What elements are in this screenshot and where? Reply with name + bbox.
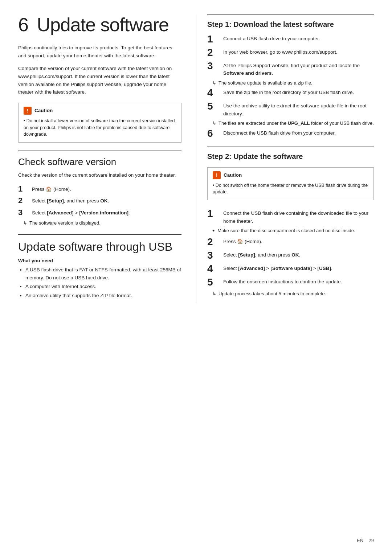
up-step-4: 4 Select [Advanced] > [Software update] …	[207, 263, 374, 275]
up-step-5-sub-text: Update process takes about 5 minutes to …	[219, 290, 326, 297]
dot-icon-1: •	[212, 226, 215, 235]
dl-step-5-text: Use the archive utility to extract the s…	[223, 101, 374, 118]
check-step-2-text: Select [Setup], and then press OK.	[32, 196, 109, 205]
right-column: Step 1: Download the latest software 1 C…	[196, 15, 374, 303]
up-step-3: 3 Select [Setup], and then press OK.	[207, 250, 374, 261]
up-step-4-num: 4	[207, 263, 220, 275]
check-step-1: 1 Press 🏠 (Home).	[18, 184, 181, 194]
dl-step-6-text: Disconnect the USB flash drive from your…	[223, 128, 336, 137]
dl-step-6-num: 6	[207, 128, 220, 139]
caution-header-2: ! Caution	[213, 171, 368, 179]
caution-bullet-dot: •	[24, 118, 26, 123]
dl-step-1-text: Connect a USB flash drive to your comput…	[223, 34, 320, 43]
dl-step-3-num: 3	[207, 61, 220, 72]
up-step-5-sub: ↳ Update process takes about 5 minutes t…	[212, 290, 374, 297]
caution-box-2: ! Caution • Do not switch off the home t…	[207, 167, 374, 201]
check-step-2: 2 Select [Setup], and then press OK.	[18, 196, 181, 205]
caution-icon-1: !	[24, 107, 32, 115]
caution-bullet-dot-2: •	[213, 183, 216, 188]
check-step-3-sub: ↳ The software version is displayed.	[23, 219, 181, 227]
caution-text-2: • Do not switch off the home theater or …	[213, 182, 368, 196]
page-footer: EN 29	[357, 538, 374, 543]
left-column: 6 Update software Philips continually tr…	[18, 15, 196, 303]
dl-step-4-text: Save the zip file in the root directory …	[223, 87, 354, 97]
check-version-title: Check software version	[18, 156, 181, 168]
check-step-2-num: 2	[18, 196, 30, 205]
up-step-5-text: Follow the onscreen instructions to conf…	[223, 277, 342, 286]
up-step-4-text: Select [Advanced] > [Software update] > …	[223, 263, 332, 272]
intro-paragraph-1: Philips continually tries to improve its…	[18, 44, 181, 59]
dl-step-5-num: 5	[207, 101, 220, 112]
up-step-1: 1 Connect the USB flash drive containing…	[207, 208, 374, 225]
up-step-1-sub-text: Make sure that the disc compartment is c…	[217, 227, 355, 234]
dl-step-3-sub: ↳ The software update is available as a …	[212, 79, 374, 87]
what-you-need-list: A USB flash drive that is FAT or NTFS-fo…	[18, 266, 181, 299]
up-step-3-text: Select [Setup], and then press OK.	[223, 250, 300, 259]
check-version-intro: Check the version of the current softwar…	[18, 171, 181, 179]
arrow-icon-2: ↳	[212, 80, 216, 86]
caution-content-1: Do not install a lower version of softwa…	[24, 118, 175, 137]
arrow-icon-4: ↳	[212, 291, 216, 296]
caution-icon-2: !	[213, 171, 221, 179]
dl-step-3: 3 At the Philips Support website, find y…	[207, 61, 374, 77]
dl-step-5: 5 Use the archive utility to extract the…	[207, 101, 374, 118]
dl-step-5-sub-text: The files are extracted under the UPG_AL…	[219, 120, 374, 127]
up-step-5: 5 Follow the onscreen instructions to co…	[207, 277, 374, 288]
arrow-icon-3: ↳	[212, 120, 216, 126]
caution-box-1: ! Caution • Do not install a lower versi…	[18, 103, 181, 143]
caution-header-1: ! Caution	[24, 107, 176, 115]
chapter-number: 6	[18, 14, 28, 35]
up-step-2: 2 Press 🏠 (Home).	[207, 237, 374, 248]
intro-paragraph-2: Compare the version of your current soft…	[18, 65, 181, 96]
dl-step-6: 6 Disconnect the USB flash drive from yo…	[207, 128, 374, 139]
check-step-3: 3 Select [Advanced] > [Version informati…	[18, 208, 181, 217]
update-usb-title: Update software through USB	[18, 240, 181, 254]
up-step-2-text: Press 🏠 (Home).	[223, 237, 262, 246]
dl-step-2: 2 In your web browser, go to www.philips…	[207, 47, 374, 58]
dl-step-1-num: 1	[207, 34, 220, 45]
caution-title-2: Caution	[224, 172, 242, 178]
up-step-3-num: 3	[207, 250, 220, 261]
chapter-title: 6 Update software	[18, 15, 181, 35]
up-step-5-num: 5	[207, 277, 220, 288]
dl-step-5-sub: ↳ The files are extracted under the UPG_…	[212, 120, 374, 127]
up-step-1-num: 1	[207, 208, 220, 219]
dl-step-2-text: In your web browser, go to www.philips.c…	[223, 47, 337, 56]
dl-step-2-num: 2	[207, 47, 220, 58]
caution-title-1: Caution	[34, 108, 53, 113]
page-layout: 6 Update software Philips continually tr…	[18, 15, 374, 303]
check-step-1-text: Press 🏠 (Home).	[32, 184, 71, 193]
caution-content-2: Do not switch off the home theater or re…	[213, 183, 368, 195]
footer-lang: EN	[357, 538, 363, 543]
divider-step1	[207, 15, 374, 15]
check-step-1-num: 1	[18, 184, 30, 194]
divider-update-usb	[18, 234, 181, 235]
arrow-icon-1: ↳	[23, 220, 27, 226]
dl-step-1: 1 Connect a USB flash drive to your comp…	[207, 34, 374, 45]
dl-step-3-text: At the Philips Support website, find you…	[223, 61, 374, 77]
check-step-3-num: 3	[18, 208, 30, 217]
step2-title: Step 2: Update the software	[207, 152, 374, 161]
check-step-3-sub-text: The software version is displayed.	[29, 219, 101, 227]
caution-text-1: • Do not install a lower version of soft…	[24, 118, 176, 138]
up-step-1-text: Connect the USB flash drive containing t…	[223, 208, 374, 225]
footer-page: 29	[369, 538, 374, 543]
what-you-need-title: What you need	[18, 258, 181, 263]
up-step-1-sub: • Make sure that the disc compartment is…	[212, 227, 374, 235]
check-step-3-text: Select [Advanced] > [Version information…	[32, 208, 130, 217]
dl-step-4-num: 4	[207, 87, 220, 99]
step1-title: Step 1: Download the latest software	[207, 20, 374, 29]
divider-step2	[207, 147, 374, 147]
divider-check-version	[18, 151, 181, 151]
dl-step-3-sub-text: The software update is available as a zi…	[219, 79, 313, 87]
need-item-3: An archive utility that supports the ZIP…	[25, 292, 181, 300]
dl-step-4: 4 Save the zip file in the root director…	[207, 87, 374, 99]
up-step-2-num: 2	[207, 237, 220, 248]
need-item-2: A computer with Internet access.	[25, 283, 181, 291]
chapter-title-text: Update software	[37, 14, 169, 35]
need-item-1: A USB flash drive that is FAT or NTFS-fo…	[25, 266, 181, 282]
